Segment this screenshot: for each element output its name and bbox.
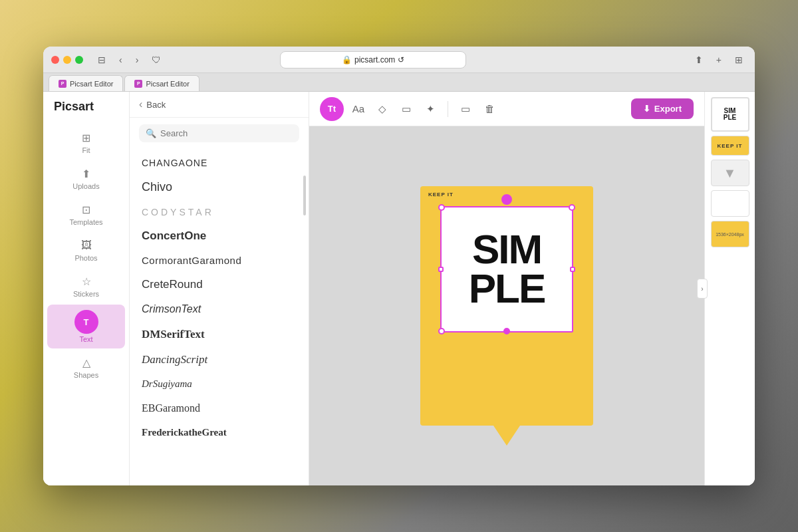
tab-2-icon: P [134, 80, 142, 88]
address-bar[interactable]: 🔒 picsart.com ↺ [280, 51, 466, 68]
url-text: picsart.com [354, 55, 395, 65]
browser-window: ⊟ ‹ › 🛡 🔒 picsart.com ↺ ⬆ + ⊞ P Picsart … [43, 47, 755, 485]
app-content: Picsart ⊞ Fit ⬆ Uploads ⊡ Templates 🖼 Ph… [43, 92, 755, 485]
sidebar-item-text[interactable]: T Text [47, 305, 125, 348]
preview-thumb-3[interactable]: ▼ [711, 160, 749, 186]
font-list: ChangaOne Chivo CODYSTAR ConcertOne Corm… [130, 149, 309, 485]
handle-top-right[interactable] [569, 204, 575, 211]
sidebar-item-uploads-label: Uploads [72, 182, 99, 190]
right-panel: › SIM PLE KEEP IT ▼ 1536×2048px [704, 92, 755, 485]
preview-1-line2: PLE [724, 114, 736, 121]
font-item-drsugiyama[interactable]: DrSugiyama [130, 372, 309, 396]
font-style-icon[interactable]: Aa [349, 100, 368, 118]
sidebar-item-shapes-label: Shapes [74, 371, 98, 379]
new-tab-button[interactable]: + [712, 52, 726, 68]
text-line-2: PLE [469, 269, 545, 309]
sidebar-item-shapes[interactable]: △ Shapes [47, 350, 125, 384]
font-item-concertone[interactable]: ConcertOne [130, 223, 309, 249]
app-logo: Picsart [43, 100, 94, 114]
tab-overview-button[interactable]: ⊞ [731, 52, 747, 68]
tab-1[interactable]: P Picsart Editor [49, 75, 123, 91]
font-item-creteround[interactable]: CreteRound [130, 272, 309, 297]
font-item-dmseriftext[interactable]: DMSerifText [130, 322, 309, 347]
back-button[interactable]: ‹ [115, 52, 126, 68]
font-item-dancingscript[interactable]: DancingScript [130, 347, 309, 372]
preview-size-label: 1536×2048px [716, 232, 744, 237]
text-icon: T [74, 310, 98, 334]
font-item-cormorantgaramond[interactable]: CormorantGaramond [130, 249, 309, 273]
preview-thumb-2[interactable]: KEEP IT [711, 136, 749, 156]
minimize-button[interactable] [63, 56, 71, 64]
font-panel: ‹ Back 🔍 ChangaOne Chivo CODYSTAR Concer… [130, 92, 309, 485]
templates-icon: ⊡ [79, 202, 94, 217]
sidebar-item-uploads[interactable]: ⬆ Uploads [47, 161, 125, 196]
rotate-handle[interactable] [501, 194, 512, 205]
forward-button[interactable]: › [132, 52, 143, 68]
handle-bottom-mid[interactable] [503, 328, 510, 334]
handle-top-left[interactable] [438, 204, 445, 211]
font-item-fredericka[interactable]: FrederickatheGreat [130, 421, 309, 445]
search-icon: 🔍 [146, 128, 156, 138]
sidebar-item-templates-label: Templates [69, 218, 102, 226]
text-badge-label: Tt [328, 104, 336, 114]
export-icon: ⬇ [643, 104, 650, 114]
preview-thumb-1[interactable]: SIM PLE [711, 97, 749, 132]
preview-thumb-4[interactable] [711, 190, 749, 217]
text-format-badge[interactable]: Tt [320, 97, 344, 121]
keep-it-label: KEEP IT [428, 192, 454, 198]
back-label[interactable]: Back [146, 100, 166, 110]
sidebar-toggle-button[interactable]: ⊟ [94, 52, 110, 68]
uploads-icon: ⬆ [79, 166, 94, 181]
canvas-main-text[interactable]: SIM PLE [469, 230, 545, 309]
privacy-icon: 🛡 [148, 52, 165, 68]
sidebar-item-fit[interactable]: ⊞ Fit [47, 125, 125, 160]
handle-bottom-left[interactable] [438, 328, 445, 334]
reload-icon[interactable]: ↺ [398, 55, 404, 65]
sidebar-item-fit-label: Fit [82, 146, 90, 154]
tab-1-label: Picsart Editor [70, 80, 113, 88]
share-button[interactable]: ⬆ [691, 52, 707, 68]
font-item-changaone[interactable]: ChangaOne [130, 152, 309, 174]
shapes-icon: △ [79, 355, 94, 370]
canvas-background[interactable]: KEEP IT SIM PLE [309, 126, 704, 485]
export-button[interactable]: ⬇ Export [631, 98, 694, 119]
tab-2-label: Picsart Editor [146, 80, 189, 88]
text-line-1: SIM [469, 230, 545, 269]
search-box[interactable]: 🔍 [139, 124, 299, 142]
preview-size-thumb[interactable]: 1536×2048px [711, 221, 749, 247]
sidebar-item-photos-label: Photos [74, 254, 97, 262]
duplicate-icon[interactable]: ▭ [456, 100, 475, 118]
sidebar-item-stickers-label: Stickers [73, 290, 99, 298]
font-item-codystar[interactable]: CODYSTAR [130, 201, 309, 223]
handle-mid-right[interactable] [570, 267, 575, 272]
search-input[interactable] [160, 128, 293, 138]
export-label: Export [654, 104, 682, 114]
font-item-chivo[interactable]: Chivo [130, 174, 309, 200]
browser-tabs: P Picsart Editor P Picsart Editor [43, 73, 755, 92]
font-item-ebgaramond[interactable]: EBGaramond [130, 396, 309, 421]
panel-header: ‹ Back [130, 92, 309, 118]
scrollbar-thumb[interactable] [303, 176, 306, 215]
sidebar-item-text-label: Text [79, 335, 92, 343]
fit-icon: ⊞ [79, 130, 94, 145]
effects-icon[interactable]: ✦ [421, 100, 440, 118]
sidebar-item-stickers[interactable]: ☆ Stickers [47, 269, 125, 303]
color-icon[interactable]: ◇ [373, 100, 392, 118]
toolbar: Tt Aa ◇ ▭ ✦ ▭ 🗑 ⬇ Export [309, 92, 704, 126]
design-card[interactable]: KEEP IT SIM PLE [420, 186, 593, 426]
browser-titlebar: ⊟ ‹ › 🛡 🔒 picsart.com ↺ ⬆ + ⊞ [43, 47, 755, 73]
maximize-button[interactable] [75, 56, 83, 64]
sidebar: Picsart ⊞ Fit ⬆ Uploads ⊡ Templates 🖼 Ph… [43, 92, 130, 485]
font-item-crimsontext[interactable]: CrimsonText [130, 297, 309, 322]
tab-1-icon: P [59, 80, 66, 88]
close-button[interactable] [51, 56, 59, 64]
lock-icon: 🔒 [342, 55, 352, 65]
handle-mid-left[interactable] [438, 267, 444, 272]
text-selection-box[interactable]: SIM PLE [440, 206, 573, 332]
sidebar-item-templates[interactable]: ⊡ Templates [47, 197, 125, 231]
delete-icon[interactable]: 🗑 [480, 100, 499, 118]
right-panel-toggle[interactable]: › [697, 279, 708, 299]
background-icon[interactable]: ▭ [397, 100, 416, 118]
sidebar-item-photos[interactable]: 🖼 Photos [47, 233, 125, 267]
tab-2[interactable]: P Picsart Editor [124, 75, 199, 91]
